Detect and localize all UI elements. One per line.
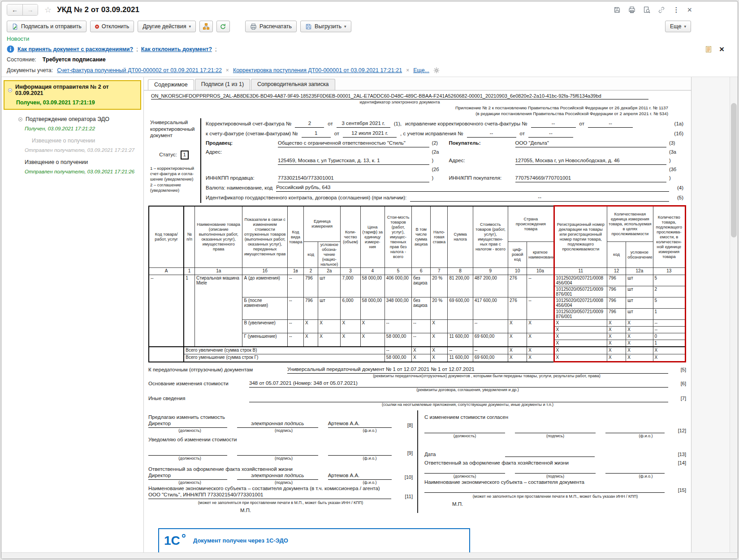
column-index-cell: 1 (184, 268, 194, 275)
remove-doc2-icon[interactable]: × (406, 67, 409, 73)
table-cell: X (341, 320, 360, 333)
docs-more-link[interactable]: Еще... (413, 67, 429, 73)
subject-field (424, 486, 665, 493)
tree-item-receipt-notice-2[interactable]: Извещение о получении (1, 159, 143, 165)
position-field: Директор (148, 473, 227, 480)
table-cell: X (508, 320, 527, 333)
column-index-cell: 10а (527, 268, 554, 275)
table-cell: 406 000,00 (385, 275, 411, 297)
export-button[interactable]: Выгрузить ▾ (300, 21, 351, 32)
invoice-header: Корректировочный счет-фактура № 2 от 3 с… (201, 118, 686, 203)
table-cell: -- (412, 320, 431, 333)
printer-icon (250, 23, 257, 30)
table-cell: Всего увеличение (сумма строк В) (184, 347, 385, 354)
help-link-decline[interactable]: Как отклонить документ? (141, 46, 212, 52)
col-header: В том числе сумма акциза (412, 206, 431, 268)
favorite-star-icon[interactable]: ☆ (44, 5, 52, 15)
more-menu-icon[interactable]: ⋮ (673, 6, 679, 14)
status-box: 1 (181, 151, 189, 159)
more-button[interactable]: Еще ▾ (665, 21, 691, 32)
correction-link[interactable]: Корректировка поступления ДТ00-000001 от… (233, 67, 402, 73)
table-cell: X (508, 347, 527, 354)
col-header: Код товара/работ, услуг (149, 206, 184, 268)
table-cell: X (412, 347, 431, 354)
table-cell: X (607, 333, 626, 340)
preview-icon[interactable] (643, 6, 650, 13)
gear-icon[interactable] (433, 67, 440, 73)
column-index-cell: 9 (473, 268, 508, 275)
help-link-accept[interactable]: Как принять документ с расхождениями? (17, 46, 133, 52)
table-cell: X (554, 327, 607, 333)
note-list-icon[interactable] (705, 46, 712, 53)
link-icon[interactable] (658, 6, 665, 13)
col-header: Коли-чество (объем) (341, 206, 360, 268)
table-cell: 276 (508, 275, 527, 297)
table-cell: 276 (508, 297, 527, 320)
col-header: Код вида товара (287, 206, 303, 268)
scrollbar-thumb[interactable] (731, 103, 737, 237)
back-button[interactable]: ← (7, 4, 22, 15)
table-cell: X (318, 333, 341, 347)
close-infobar-icon[interactable]: × (719, 45, 724, 53)
remove-doc1-icon[interactable]: × (226, 67, 229, 73)
tree-item-receipt-notice-1[interactable]: Извещение о получении (1, 138, 143, 144)
table-cell: -- (412, 333, 431, 347)
print-document-button[interactable]: Распечатать (245, 21, 297, 32)
print-icon[interactable] (628, 6, 635, 13)
titlebar: ← → ☆ УКД № 2 от 03.09.2021 ⋮ × (1, 1, 738, 18)
column-index-cell: 3 (341, 268, 360, 275)
tree-item-operator-confirmation[interactable]: Подтверждение оператора ЭДО (1, 116, 143, 122)
transfer-docs-field: Универсальный передаточный документ № 1 … (287, 366, 668, 374)
column-index-cell: А (149, 268, 184, 275)
vertical-scrollbar[interactable] (730, 77, 738, 552)
document-structure-button[interactable] (199, 21, 213, 32)
signatures-section: Предлагаю изменить стоимость Директор эл… (148, 410, 686, 513)
table-cell: X (304, 320, 318, 333)
other-actions-button[interactable]: Другие действия ▾ (138, 21, 196, 32)
forward-icon: → (27, 6, 34, 13)
table-cell: 5 (653, 297, 686, 309)
table-cell: 58 000,00 (385, 354, 411, 362)
forward-button[interactable]: → (22, 4, 38, 15)
column-index-cell: 2а (318, 268, 341, 275)
news-label: Новости (1, 34, 738, 43)
refresh-button[interactable] (216, 21, 230, 32)
table-cell: без акциза (412, 297, 431, 320)
table-cell: X (607, 320, 626, 327)
table-cell: 58 000,00 (385, 333, 411, 347)
table-cell: X (360, 320, 385, 333)
invoice-link[interactable]: Счет-фактура полученный ДТ00-000002 от 0… (57, 67, 222, 73)
state-value: Требуется подписание (43, 56, 106, 63)
sign-send-button[interactable]: Подписать и отправить (7, 21, 86, 32)
col-header: циф-ровой код (508, 242, 527, 268)
table-cell: X (527, 347, 554, 354)
tab-cover-note[interactable]: Сопроводительная записка (251, 79, 335, 90)
hierarchy-icon (203, 23, 210, 30)
table-cell: X (554, 354, 607, 362)
state-row: Состояние: Требуется подписание (1, 55, 738, 65)
table-cell: -- (527, 275, 554, 297)
close-window-icon[interactable]: × (687, 5, 692, 15)
col-header-traceability: Регистрационный номер декларации на това… (554, 206, 607, 268)
collapse-icon[interactable] (18, 117, 22, 121)
table-cell: X (607, 354, 626, 362)
identifier-caption: идентификатор электронного документа (151, 99, 648, 104)
table-cell: X (554, 340, 607, 347)
table-cell (149, 347, 184, 362)
col-header: Единица измерения (304, 206, 341, 242)
table-cell: В (увеличение) (242, 320, 287, 333)
fio-field (328, 448, 392, 456)
tree-item-sender-info[interactable]: Информация отправителя № 2 от 03.09.2021… (4, 80, 141, 110)
decline-button[interactable]: Отклонить (90, 21, 134, 32)
tab-content[interactable]: Содержимое (148, 79, 194, 90)
col-header: Стои-мость товаров (работ, услуг), имуще… (385, 206, 411, 268)
tab-signatures[interactable]: Подписи (1 из 1) (195, 79, 250, 90)
save-icon[interactable] (614, 6, 621, 13)
seller-field: Общество с ограниченной ответственностью… (278, 139, 429, 147)
back-icon: ← (12, 6, 18, 13)
col-header-traceability: Количественная единица измерения товара,… (607, 206, 653, 242)
collapse-icon[interactable] (8, 88, 12, 92)
table-cell: 348 000,00 (385, 297, 411, 320)
col-header: Нало-говая ставка (431, 206, 448, 268)
state-label: Состояние: (7, 56, 36, 63)
